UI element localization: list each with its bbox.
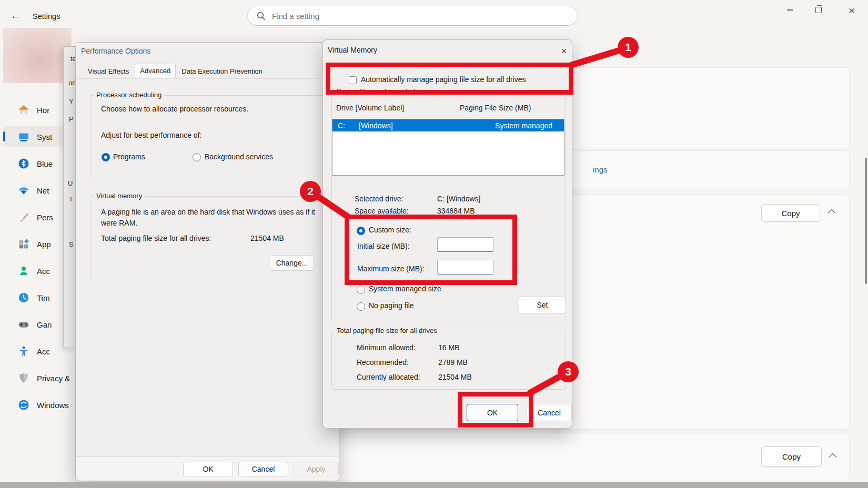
copy-button-bottom[interactable]: Copy	[761, 446, 822, 467]
no-paging-file-radio[interactable]	[357, 302, 365, 311]
callout-badge-3: 3	[558, 361, 579, 382]
processor-description: Choose how to allocate processor resourc…	[101, 105, 248, 113]
search-box[interactable]	[247, 6, 578, 26]
sidebar-item-label: Acc	[37, 267, 50, 276]
occluded-text-fragment: S	[69, 240, 74, 248]
occluded-text-fragment: U	[68, 179, 73, 187]
sidebar-item-label: Privacy &	[37, 374, 70, 383]
background-services-radio-label: Background services	[205, 152, 273, 161]
column-header-size: Paging File Size (MB)	[460, 104, 531, 112]
sidebar-item-label: Hor	[37, 106, 49, 115]
recommended-value: 2789 MB	[438, 358, 468, 367]
callout-badge-1: 1	[618, 37, 639, 58]
scrollbar-thumb[interactable]	[865, 158, 867, 284]
dialog-title: Performance Options	[81, 47, 150, 55]
drive-list[interactable]: C: [Windows] System managed	[332, 119, 564, 176]
sidebar-item-windows-update[interactable]: Windows	[3, 394, 82, 415]
tab-visual-effects[interactable]: Visual Effects	[83, 65, 134, 78]
bluetooth-icon	[18, 158, 29, 169]
drive-letter: C:	[332, 121, 359, 130]
system-managed-radio-label: System managed size	[369, 284, 441, 293]
occluded-text-fragment: I	[70, 195, 72, 203]
privacy-security-icon	[18, 372, 29, 384]
sidebar-item-label: Blue	[37, 159, 53, 168]
ok-button[interactable]: OK	[183, 462, 233, 476]
system-icon	[18, 131, 29, 143]
tab-strip-divider	[76, 78, 340, 79]
copy-button-top[interactable]: Copy	[761, 204, 820, 222]
set-button[interactable]: Set	[519, 297, 566, 313]
back-arrow-icon[interactable]: ←	[11, 10, 21, 22]
drive-list-row-selected[interactable]: C: [Windows] System managed	[332, 119, 564, 131]
close-icon: ×	[561, 46, 567, 57]
highlight-rect-custom-size	[345, 215, 517, 285]
sidebar-item-label: Windows	[37, 401, 69, 410]
tab-advanced[interactable]: Advanced	[135, 64, 176, 78]
callout-badge-2: 2	[300, 181, 321, 202]
group-legend: Total paging file size for all drives	[334, 327, 440, 334]
no-paging-file-radio-label: No paging file	[369, 301, 414, 310]
column-header-drive: Drive [Volume Label]	[336, 104, 404, 112]
selected-indicator	[3, 131, 5, 141]
close-button[interactable]: ×	[841, 1, 862, 19]
space-available-label: Space available:	[355, 207, 409, 215]
related-settings-link[interactable]: ings	[593, 165, 608, 174]
programs-radio-label: Programs	[113, 152, 145, 161]
space-available-value: 334884 MB	[437, 207, 475, 215]
group-legend: Processor scheduling	[94, 91, 164, 99]
network-icon	[18, 185, 29, 196]
occluded-text-fragment: Y	[69, 97, 74, 105]
currently-allocated-value: 21504 MB	[438, 373, 472, 381]
close-icon: ×	[849, 5, 855, 16]
settings-window: ← Settings × Hor Syst Blue Net Pers App …	[0, 0, 868, 488]
windows-update-icon	[18, 399, 29, 411]
restore-icon	[815, 7, 822, 13]
sidebar-item-label: App	[37, 240, 51, 249]
accessibility-icon	[18, 345, 29, 357]
currently-allocated-label: Currently allocated:	[357, 373, 420, 381]
sidebar-item-label: Pers	[37, 213, 53, 222]
tab-bar: Visual Effects Advanced Data Execution P…	[83, 64, 267, 78]
performance-options-dialog: Performance Options × Visual Effects Adv…	[75, 42, 339, 481]
system-managed-radio[interactable]	[357, 286, 365, 294]
paging-file-description: A paging file is an area on the hard dis…	[101, 207, 319, 229]
adjust-label: Adjust for best performance of:	[101, 131, 201, 139]
home-icon	[18, 104, 29, 116]
minimum-allowed-value: 16 MB	[438, 343, 459, 352]
app-title: Settings	[33, 12, 60, 21]
sidebar-item-privacy-security[interactable]: Privacy &	[3, 368, 82, 389]
group-legend: Virtual memory	[94, 192, 145, 200]
accounts-icon	[18, 265, 29, 277]
highlight-rect-ok	[458, 392, 533, 428]
maximize-restore-button[interactable]	[808, 1, 829, 19]
minimum-allowed-label: Minimum allowed:	[357, 343, 416, 352]
background-services-radio[interactable]	[193, 153, 201, 161]
cancel-button[interactable]: Cancel	[238, 462, 288, 476]
sidebar-item-label: Acc	[37, 347, 50, 356]
change-button[interactable]: Change...	[270, 255, 314, 271]
occluded-text-fragment: P	[69, 115, 74, 123]
selected-drive-value: C: [Windows]	[437, 195, 480, 203]
sidebar-item-label: Tim	[37, 293, 49, 302]
tab-data-execution-prevention[interactable]: Data Execution Prevention	[177, 65, 267, 78]
volume-label: [Windows]	[359, 121, 393, 130]
dialog-title: Virtual Memory	[328, 46, 377, 54]
minimize-button[interactable]	[779, 1, 800, 19]
avatar[interactable]	[3, 28, 72, 83]
apply-button[interactable]: Apply	[294, 462, 339, 476]
total-paging-value: 21504 MB	[250, 234, 284, 242]
search-input[interactable]	[248, 6, 577, 25]
personalization-icon	[18, 211, 29, 223]
sidebar-item-label: Net	[37, 186, 49, 195]
sidebar-item-label: Syst	[37, 133, 52, 141]
highlight-rect-auto-manage	[326, 63, 573, 95]
apps-icon	[18, 238, 29, 250]
total-paging-label: Total paging file size for all drives:	[101, 234, 211, 242]
paging-file-size: System managed	[495, 121, 552, 130]
selected-drive-label: Selected drive:	[355, 195, 403, 203]
programs-radio[interactable]	[102, 153, 110, 161]
screen-bottom-edge	[0, 482, 868, 488]
time-language-icon	[18, 292, 29, 303]
dialog-close-button[interactable]: ×	[557, 44, 571, 58]
sidebar-item-label: Gan	[37, 320, 52, 329]
